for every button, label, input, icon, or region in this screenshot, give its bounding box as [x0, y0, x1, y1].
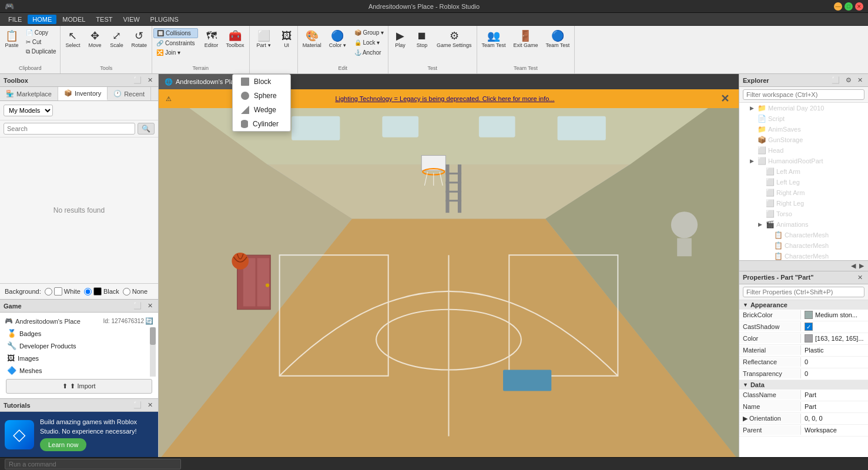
join-button[interactable]: 🔀 Join ▾: [153, 48, 198, 57]
game-settings-button[interactable]: ⚙ Game Settings: [433, 28, 475, 51]
reflectance-value[interactable]: 0: [801, 357, 868, 367]
explorer-settings-button[interactable]: ⚙: [844, 76, 853, 85]
close-button[interactable]: ✕: [855, 2, 863, 11]
warning-link[interactable]: Lighting Technology = Legacy is being de…: [335, 95, 554, 102]
color-value[interactable]: [163, 162, 165]...: [801, 333, 868, 344]
lock-button[interactable]: 🔒 Lock ▾: [351, 38, 387, 47]
tree-item-right-leg[interactable]: ⬜ Right Leg: [739, 198, 868, 209]
data-section-header[interactable]: ▼ Data: [739, 380, 868, 390]
toolbox-expand-button[interactable]: ⬜: [132, 76, 143, 85]
menu-test[interactable]: TEST: [91, 15, 117, 24]
tutorials-close-button[interactable]: ✕: [146, 401, 155, 409]
warning-close-button[interactable]: ✕: [718, 92, 732, 105]
model-filter-dropdown[interactable]: My Models My Decals My Audio: [4, 105, 53, 116]
select-button[interactable]: ↖ Select: [62, 28, 83, 51]
color-button[interactable]: 🔵 Color ▾: [326, 28, 350, 51]
tree-item-charactermesh[interactable]: 📋 CharacterMesh: [739, 230, 868, 240]
bg-black-radio[interactable]: [84, 288, 92, 296]
move-button[interactable]: ✥ Move: [84, 28, 105, 51]
bg-none-radio[interactable]: [123, 288, 130, 296]
group-button[interactable]: 📦 Group ▾: [351, 28, 387, 37]
game-scrollbar[interactable]: [150, 327, 156, 377]
part-cylinder-item[interactable]: Cylinder: [233, 117, 290, 131]
anchor-button[interactable]: ⚓ Anchor: [351, 48, 387, 57]
tree-item-right-arm[interactable]: ⬜ Right Arm: [739, 187, 868, 198]
material-value[interactable]: Plastic: [801, 345, 868, 355]
team-test-button[interactable]: 👥 Team Test: [478, 28, 510, 51]
search-input[interactable]: [4, 123, 135, 135]
menu-model[interactable]: MODEL: [58, 15, 90, 24]
explorer-scroll-right[interactable]: ▶: [857, 261, 866, 270]
editor-button[interactable]: 🗺 Editor: [201, 28, 222, 51]
tree-item-left-leg[interactable]: ⬜ Left Leg: [739, 177, 868, 187]
minimize-button[interactable]: —: [834, 2, 842, 11]
menu-plugins[interactable]: PLUGINS: [146, 15, 183, 24]
exit-game-button[interactable]: 🚪 Exit Game: [510, 28, 541, 51]
copy-button[interactable]: 📄 Copy: [23, 28, 59, 37]
tab-marketplace[interactable]: 🏪 Marketplace: [0, 87, 58, 100]
menu-view[interactable]: VIEW: [118, 15, 144, 24]
tree-item-animations[interactable]: ▶ 🎬 Animations: [739, 219, 868, 230]
menu-file[interactable]: FILE: [4, 15, 26, 24]
game-badges[interactable]: 🏅 Badges: [2, 327, 150, 340]
game-expand-button[interactable]: ⬜: [132, 301, 143, 310]
orientation-value[interactable]: 0, 0, 0: [801, 414, 868, 423]
scale-button[interactable]: ⤢ Scale: [106, 28, 127, 51]
tree-item-left-arm[interactable]: ⬜ Left Arm: [739, 166, 868, 177]
command-input[interactable]: [5, 459, 181, 469]
parent-value[interactable]: Workspace: [801, 425, 868, 435]
menu-home[interactable]: HOME: [28, 15, 56, 24]
game-developer-products[interactable]: 🔧 Developer Products: [2, 340, 150, 352]
tree-item-humanoidrootpart[interactable]: ▶ ⬜ HumanoidRootPart: [739, 156, 868, 166]
tree-item-gunstorage[interactable]: 📦 GunStorage: [739, 135, 868, 145]
paste-button[interactable]: 📋 Paste: [1, 28, 22, 51]
search-button[interactable]: 🔍: [138, 123, 155, 135]
tree-item-charactermesh[interactable]: 📋 CharacterMesh: [739, 251, 868, 260]
bg-white-option[interactable]: White: [45, 287, 81, 296]
bg-white-radio[interactable]: [45, 288, 52, 296]
explorer-filter-input[interactable]: [743, 89, 864, 100]
constraints-button[interactable]: 🔗 Constraints: [153, 39, 198, 48]
properties-filter-input[interactable]: [743, 287, 864, 297]
import-button[interactable]: ⬆ ⬆ Import: [6, 379, 152, 394]
stop-button[interactable]: ⏹ Stop: [411, 28, 433, 51]
toolbox-ribbon-button[interactable]: 🧰 Toolbox: [223, 28, 248, 51]
transparency-value[interactable]: 0: [801, 369, 868, 378]
collisions-button[interactable]: 🔲 Collisions: [153, 28, 198, 38]
bg-black-option[interactable]: Black: [84, 287, 119, 296]
cast-shadow-checkbox[interactable]: ✓: [805, 323, 813, 331]
tutorials-expand-button[interactable]: ⬜: [132, 401, 143, 409]
play-button[interactable]: ▶ Play: [390, 28, 411, 51]
tree-item-memorial-day-2010[interactable]: ▶ 📁 Memorial Day 2010: [739, 103, 868, 113]
game-close-button[interactable]: ✕: [146, 301, 155, 310]
tree-item-head[interactable]: ⬜ Head: [739, 145, 868, 156]
toolbox-close-button[interactable]: ✕: [146, 76, 155, 85]
tree-item-charactermesh[interactable]: 📋 CharacterMesh: [739, 240, 868, 251]
learn-now-button[interactable]: Learn now: [40, 438, 86, 451]
part-wedge-item[interactable]: Wedge: [233, 103, 290, 117]
maximize-button[interactable]: □: [844, 2, 853, 11]
bg-none-option[interactable]: None: [123, 288, 148, 296]
tree-item-animsaves[interactable]: 📁 AnimSaves: [739, 124, 868, 135]
part-button[interactable]: ⬜ Part ▾: [251, 28, 277, 51]
explorer-expand-button[interactable]: ⬜: [830, 76, 842, 85]
brick-color-value[interactable]: Medium ston...: [801, 310, 868, 320]
tree-item-script[interactable]: 📄 Script: [739, 113, 868, 124]
tab-inventory[interactable]: 📦 Inventory: [58, 87, 108, 100]
game-meshes[interactable]: 🔷 Meshes: [2, 364, 150, 377]
properties-close-button[interactable]: ✕: [856, 273, 864, 282]
explorer-close-button[interactable]: ✕: [856, 76, 864, 85]
part-sphere-item[interactable]: Sphere: [233, 89, 290, 103]
tree-item-torso[interactable]: ⬜ Torso: [739, 209, 868, 219]
tab-recent[interactable]: 🕐 Recent: [108, 87, 151, 100]
name-value[interactable]: Part: [801, 402, 868, 411]
team-test2-button[interactable]: 🔵 Team Test: [542, 28, 573, 51]
material-button[interactable]: 🎨 Material: [299, 28, 325, 51]
ui-button[interactable]: 🖼 UI: [277, 28, 296, 51]
game-refresh-button[interactable]: 🔄: [145, 317, 153, 325]
game-images[interactable]: 🖼 Images: [2, 352, 150, 364]
rotate-button[interactable]: ↺ Rotate: [128, 28, 150, 51]
duplicate-button[interactable]: ⧉ Duplicate: [23, 47, 59, 56]
cast-shadow-value[interactable]: ✓: [801, 321, 868, 332]
part-block-item[interactable]: Block: [233, 75, 290, 89]
